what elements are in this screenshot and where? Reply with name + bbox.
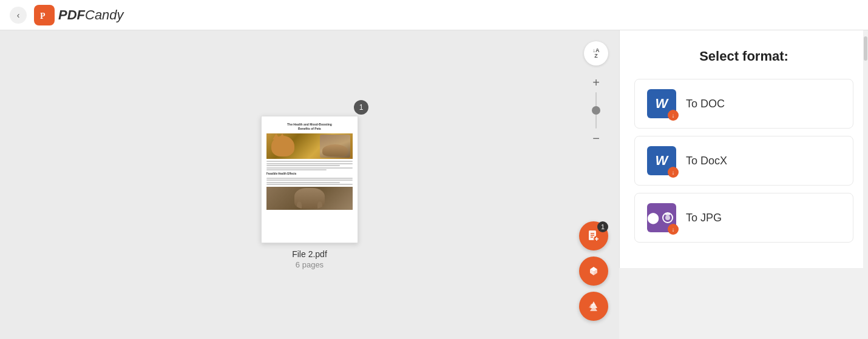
download-arrow-jpg: ↓ [668, 224, 679, 235]
pdf-thumbnail: The Health and Mood-BoostingBenefits of … [261, 116, 358, 243]
file-info: File 2.pdf 6 pages [292, 249, 327, 269]
zoom-in-button[interactable]: + [588, 74, 605, 91]
doc-icon: ↓ [647, 89, 676, 118]
zoom-controls: + − [588, 74, 605, 147]
file-name: File 2.pdf [292, 249, 327, 259]
back-button[interactable]: ‹ [10, 7, 27, 24]
action-buttons: 1 [579, 221, 608, 321]
sort-az-icon: ↓A Z [593, 48, 600, 59]
pdf-image-bottom [266, 187, 353, 210]
google-drive-button[interactable] [579, 292, 608, 321]
google-drive-icon [587, 300, 600, 313]
pdf-section-title: Feasible Health Effects [266, 172, 353, 176]
left-panel: ↓A Z + − [0, 30, 619, 339]
zoom-slider-thumb [592, 106, 600, 115]
add-file-button[interactable]: 1 [579, 221, 608, 250]
pdf-text-lines [266, 161, 353, 170]
format-option-docx[interactable]: ↓ To DocX [634, 136, 853, 186]
right-wrapper: Select format: ↓ To DOC ↓ To DocX [619, 30, 868, 339]
pdf-content: The Health and Mood-BoostingBenefits of … [262, 116, 358, 215]
svg-rect-17 [665, 213, 670, 215]
sort-button[interactable]: ↓A Z [584, 41, 608, 65]
logo-text: PDFCandy [58, 7, 124, 23]
pdf-document-title: The Health and Mood-BoostingBenefits of … [266, 123, 353, 131]
doc-label: To DOC [686, 98, 725, 110]
page-number-badge: 1 [354, 100, 368, 115]
zoom-out-button[interactable]: − [588, 130, 605, 147]
pdf-preview-container: 1 The Health and Mood-BoostingBenefits o… [257, 100, 362, 269]
docx-icon: ↓ [647, 146, 676, 175]
logo: P PDFCandy [34, 5, 124, 25]
back-icon: ‹ [17, 10, 20, 20]
scrollbar-track[interactable] [863, 30, 868, 339]
scrollbar-thumb [864, 36, 867, 61]
download-arrow-docx: ↓ [668, 167, 679, 178]
pdf-text-lines-2 [266, 178, 353, 186]
download-arrow-doc: ↓ [668, 110, 679, 121]
logo-icon: P [34, 5, 55, 25]
docx-label: To DocX [686, 155, 727, 167]
svg-marker-14 [590, 308, 597, 311]
file-pages: 6 pages [292, 260, 327, 269]
file-count-badge: 1 [597, 221, 608, 232]
svg-point-16 [665, 215, 670, 220]
pdf-image-top [266, 133, 353, 159]
zoom-slider[interactable] [595, 92, 597, 129]
app-header: ‹ P PDFCandy [0, 0, 868, 30]
select-format-title: Select format: [634, 49, 853, 64]
right-panel: Select format: ↓ To DOC ↓ To DocX [619, 30, 868, 268]
main-content: ↓A Z + − [0, 30, 868, 339]
jpg-icon: ↓ [647, 203, 676, 232]
dropbox-icon [587, 264, 600, 278]
jpg-label: To JPG [686, 212, 722, 224]
format-option-jpg[interactable]: ↓ To JPG [634, 193, 853, 243]
format-option-doc[interactable]: ↓ To DOC [634, 79, 853, 129]
svg-text:P: P [40, 12, 46, 21]
add-file-icon [587, 229, 600, 243]
dropbox-button[interactable] [579, 257, 608, 286]
